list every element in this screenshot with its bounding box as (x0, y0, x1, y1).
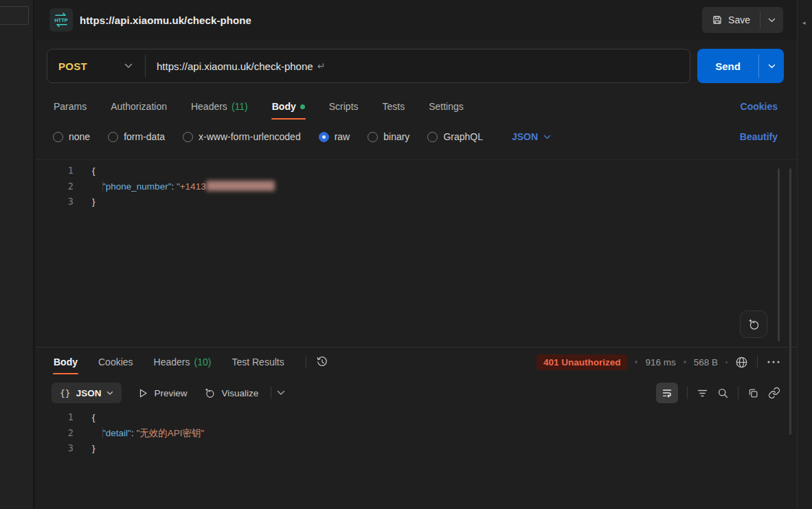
tab-label: Body (272, 101, 296, 112)
svg-text:HTTP: HTTP (54, 17, 68, 23)
globe-icon[interactable] (735, 356, 748, 369)
code-line[interactable]: 1{ (36, 409, 797, 425)
chevron-down-icon (543, 135, 551, 139)
meta-divider (757, 356, 758, 368)
tab-label: Authorization (111, 101, 167, 112)
mode-label: none (69, 131, 90, 142)
mode-none[interactable]: none (53, 131, 90, 142)
response-tab-test-results[interactable]: Test Results (231, 348, 284, 376)
mode-x-www-form-urlencoded[interactable]: x-www-form-urlencoded (183, 131, 301, 142)
line-number: 1 (36, 163, 78, 179)
beautify-link[interactable]: Beautify (740, 131, 778, 142)
mode-form-data[interactable]: form-data (108, 131, 165, 142)
postbot-button[interactable] (740, 310, 767, 338)
request-tab-body[interactable]: Body (271, 91, 306, 122)
return-key-icon: ↵ (317, 60, 326, 71)
mode-label: form-data (124, 131, 165, 142)
response-time[interactable]: 916 ms (645, 357, 675, 367)
line-number: 1 (36, 409, 78, 425)
visualize-button[interactable]: Visualize (203, 387, 258, 399)
wrap-text-button[interactable] (656, 383, 678, 403)
cookies-link[interactable]: Cookies (741, 101, 778, 112)
code-content: "detail": "无效的API密钥" (92, 425, 204, 441)
line-number: 2 (36, 179, 78, 194)
mode-raw[interactable]: raw (319, 131, 350, 142)
mode-graphql[interactable]: GraphQL (427, 131, 483, 142)
code-line[interactable]: 2 "detail": "无效的API密钥" (36, 425, 797, 441)
main-panel: HTTP https://api.xiaomu.uk/check-phone S… (36, 0, 797, 509)
mode-label: GraphQL (443, 131, 483, 142)
language-select[interactable]: JSON (512, 131, 551, 142)
preview-label: Preview (154, 388, 187, 398)
send-options-button[interactable] (759, 49, 784, 83)
code-line[interactable]: 1{ (36, 163, 797, 179)
link-icon[interactable] (768, 387, 780, 399)
toolbar-divider (271, 387, 271, 399)
request-tab-tests[interactable]: Tests (382, 91, 406, 122)
response-tab-body[interactable]: Body (53, 348, 78, 376)
mode-label: raw (335, 131, 350, 142)
more-actions-icon[interactable] (767, 359, 780, 365)
format-label: JSON (76, 388, 102, 398)
topbar: HTTP https://api.xiaomu.uk/check-phone S… (36, 0, 797, 40)
language-label: JSON (512, 131, 538, 142)
request-tab-scripts[interactable]: Scripts (328, 91, 359, 122)
collapse-arrow-icon[interactable]: ◂ (802, 19, 806, 26)
response-size[interactable]: 568 B (694, 357, 718, 367)
tab-label: Test Results (232, 357, 284, 367)
meta-separator-dot (635, 361, 638, 363)
toolbar-divider (738, 387, 738, 399)
search-icon[interactable] (717, 387, 729, 399)
tab-label: Settings (429, 101, 464, 112)
method-select[interactable]: POST (47, 60, 145, 72)
code-token: "无效的API密钥" (136, 428, 204, 438)
code-token: { (92, 166, 95, 176)
code-line[interactable]: 3} (36, 194, 797, 210)
preview-button[interactable]: Preview (138, 388, 187, 398)
response-header: BodyCookiesHeaders(10)Test Results 401 U… (36, 348, 797, 376)
save-button[interactable]: Save (702, 7, 760, 33)
response-toolbar: {} JSON Preview Visualize (36, 379, 797, 407)
play-icon (138, 388, 148, 398)
code-token: "+1413 (177, 181, 206, 192)
copy-icon[interactable] (747, 387, 759, 399)
save-label: Save (728, 14, 750, 25)
response-body-editor[interactable]: 1{2 "detail": "无效的API密钥"3} (36, 408, 797, 462)
chevron-down-icon[interactable] (277, 390, 285, 396)
unsaved-dot-icon (300, 104, 305, 109)
visualize-label: Visualize (221, 388, 258, 398)
line-number: 3 (36, 440, 78, 456)
url-divider (145, 55, 146, 77)
mode-label: x-www-form-urlencoded (199, 131, 301, 142)
send-button[interactable]: Send (697, 49, 758, 83)
code-content: { (92, 409, 95, 425)
response-tab-headers[interactable]: Headers(10) (153, 348, 212, 376)
code-line[interactable]: 2 "phone_number": "+1413 (36, 179, 797, 194)
left-rail (0, 0, 34, 509)
request-tab-headers[interactable]: Headers(11) (190, 91, 249, 122)
save-options-button[interactable] (760, 7, 783, 33)
request-tab-authorization[interactable]: Authorization (110, 91, 168, 122)
url-input[interactable]: https://api.xiaomu.uk/check-phone (157, 60, 313, 72)
filter-icon[interactable] (697, 388, 708, 398)
chevron-down-icon (106, 391, 113, 396)
rail-tab-box[interactable] (0, 6, 29, 25)
code-token: } (92, 196, 95, 207)
history-icon[interactable] (316, 356, 328, 368)
code-token: } (92, 443, 95, 453)
mode-binary[interactable]: binary (368, 131, 409, 142)
status-badge[interactable]: 401 Unauthorized (537, 354, 628, 370)
response-tab-cookies[interactable]: Cookies (98, 348, 134, 376)
editor-scrollbar[interactable] (778, 168, 780, 341)
meta-separator-dot (684, 361, 686, 363)
code-content: } (92, 440, 95, 456)
request-tab-settings[interactable]: Settings (428, 91, 464, 122)
radio-icon (53, 132, 63, 142)
tab-count-badge: (11) (232, 101, 248, 112)
radio-icon (368, 132, 378, 142)
request-body-editor[interactable]: 1{2 "phone_number": "+14133} (36, 159, 797, 347)
format-select[interactable]: {} JSON (52, 383, 122, 403)
request-tab-params[interactable]: Params (53, 91, 87, 122)
code-line[interactable]: 3} (36, 440, 797, 456)
sparkle-circle-icon (203, 387, 216, 399)
